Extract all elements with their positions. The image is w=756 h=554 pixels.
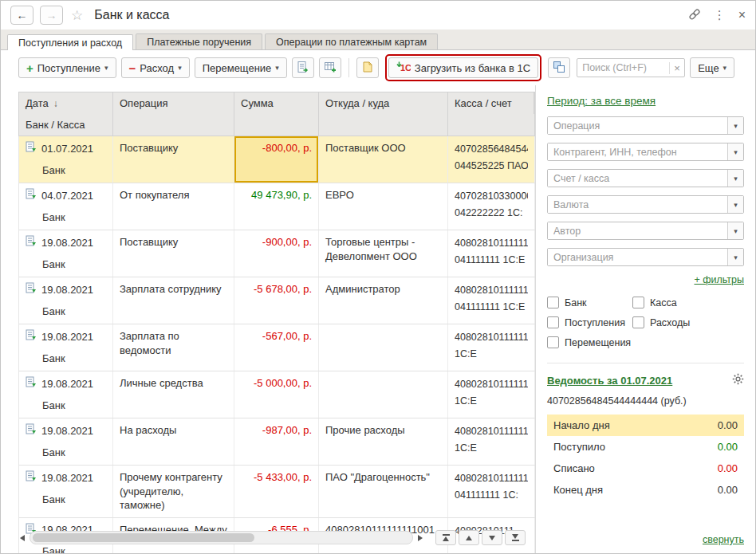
row-down-button[interactable] [482,530,502,545]
filter-operation-input[interactable] [548,117,727,134]
row-place: Банк [26,250,106,272]
dropdown-button[interactable]: ▾ [727,143,743,160]
more-button[interactable]: Еще ▾ [690,57,734,78]
chevron-down-icon: ▾ [275,64,279,72]
table-scroll-area [20,531,526,544]
tab-card-operations[interactable]: Операции по платежным картам [265,33,438,49]
filter-author-input[interactable] [548,222,727,239]
tab-payment-orders[interactable]: Платежные поручения [136,33,262,49]
row-date: 19.08.2021 [41,471,93,485]
row-date: 19.08.2021 [41,377,93,391]
more-button-label: Еще [698,62,719,74]
row-operation: От покупателя [113,183,234,230]
table-row[interactable]: 19.08.2021 Банк Поставщику -900,00, р. Т… [19,230,535,277]
table-row[interactable]: 19.08.2021 Банк Прочему контрагенту (учр… [19,466,535,518]
checkbox-transfers[interactable]: Перемещения [547,336,632,348]
command-bar: + Поступление ▾ − Расход ▾ Перемещение ▾… [1,50,755,85]
back-button[interactable]: ← [10,6,33,25]
filter-counterparty-input[interactable] [548,143,727,160]
filter-organization-input[interactable] [548,249,727,265]
row-place: Банк [26,156,106,178]
document-icon [26,376,37,391]
column-header-operation[interactable]: Операция [113,92,234,114]
column-header-amount[interactable]: Сумма [234,92,319,114]
statement-account: 40702856484544444444 (руб.) [547,395,744,407]
receipt-button[interactable]: + Поступление ▾ [18,57,116,78]
filter-currency: ▾ [547,195,744,214]
row-from-to: ЕВРО [319,183,448,230]
table-row[interactable]: 01.07.2021 Банк Поставщику -800,00, р. П… [19,136,535,183]
search-clear-icon[interactable]: × [669,62,684,74]
scroll-right-icon[interactable] [418,535,423,541]
row-amount: -5 000,00, р. [234,371,319,418]
table-row[interactable]: 19.08.2021 Банк На расходы -987,00, р. П… [19,418,535,466]
row-account: 40802810111111111111 [455,470,528,487]
dropdown-button[interactable]: ▾ [727,196,743,213]
expense-button-label: Расход [140,62,174,74]
row-amount-current-cell[interactable]: -800,00, р. [234,136,319,183]
go-to-bottom-button[interactable] [505,530,526,545]
row-from-to: Торговые центры - Девелопмент ООО [319,230,448,277]
checkbox-expenses[interactable]: Расходы [632,316,744,328]
menu-kebab-icon[interactable]: ⋮ [714,8,726,22]
statement-doc-button[interactable] [292,57,314,78]
more-filters-link[interactable]: + фильтры [694,274,744,285]
row-from-to: ПАО "Драгоценность" [319,466,448,517]
collapse-link[interactable]: свернуть [703,534,744,545]
close-icon[interactable]: × [738,8,746,22]
link-icon[interactable] [688,8,701,23]
load-from-bank-button[interactable]: 1С Загрузить из банка в 1С [388,57,538,78]
checkbox-icon [547,297,559,308]
dropdown-button[interactable]: ▾ [727,117,743,134]
filter-account-input[interactable] [548,170,727,187]
row-operation: Поставщику [113,230,234,277]
scrollbar-thumb[interactable] [33,533,254,542]
settings-gear-icon[interactable] [732,373,744,387]
column-header-from-to[interactable]: Откуда / куда [319,92,448,114]
back-icon: ← [17,9,28,22]
dropdown-button[interactable]: ▾ [727,170,743,187]
main-body: Дата ↓ Операция Сумма Откуда / куда Касс… [1,85,755,553]
panels-button[interactable] [548,57,570,78]
statement-title-link[interactable]: Ведомость за 01.07.2021 [547,375,672,387]
document-icon [26,188,37,203]
go-to-top-button[interactable] [435,530,456,545]
documents-table: Дата ↓ Операция Сумма Откуда / куда Касс… [1,85,535,553]
column-header-account[interactable]: Касса / счет [448,92,534,114]
row-up-button[interactable] [459,530,479,545]
table-row[interactable]: 19.08.2021 Банк Личные средства -5 000,0… [19,371,535,418]
row-operation: Прочему контрагенту (учредителю, таможне… [113,466,234,517]
table-row[interactable]: 04.07.2021 Банк От покупателя 49 473,90,… [19,183,535,230]
scroll-left-icon[interactable] [20,535,25,541]
forward-button[interactable]: → [40,6,63,25]
1c-download-icon: 1С [396,61,411,76]
chevron-down-icon: ▾ [734,175,738,183]
row-from-to: Прочие расходы [319,418,448,465]
checkbox-icon [547,336,559,348]
table-row[interactable]: 19.08.2021 Банк Зарплата по ведомости -5… [19,324,535,371]
checkbox-bank[interactable]: Банк [547,297,632,308]
horizontal-scrollbar[interactable] [30,531,413,544]
row-account: 40802810111111111111 [455,329,528,346]
table-row[interactable]: 19.08.2021 Банк Зарплата сотруднику -5 6… [19,277,535,324]
clipboard-button[interactable] [356,57,379,78]
tab-receipts-expense[interactable]: Поступления и расход [7,34,133,50]
filter-currency-input[interactable] [548,196,727,213]
checkbox-cash[interactable]: Касса [632,297,744,308]
receipt-button-label: Поступление [37,62,100,74]
row-account: 40802810111111111111 [455,282,528,299]
row-account: 40802810111111111111 [455,376,528,393]
expense-button[interactable]: − Расход ▾ [121,57,190,78]
favorite-star-icon[interactable]: ☆ [71,7,83,24]
column-header-date[interactable]: Дата ↓ [19,92,113,114]
dropdown-button[interactable]: ▾ [727,249,743,265]
dropdown-button[interactable]: ▾ [727,222,743,239]
search-input[interactable] [577,62,669,73]
row-place: Банк [26,344,106,366]
register-add-button[interactable] [319,57,341,78]
transfer-button[interactable]: Перемещение ▾ [195,57,287,78]
row-date: 19.08.2021 [41,424,93,438]
row-date: 19.08.2021 [41,283,93,297]
period-link[interactable]: Период: за все время [547,95,656,107]
checkbox-receipts[interactable]: Поступления [547,316,632,328]
